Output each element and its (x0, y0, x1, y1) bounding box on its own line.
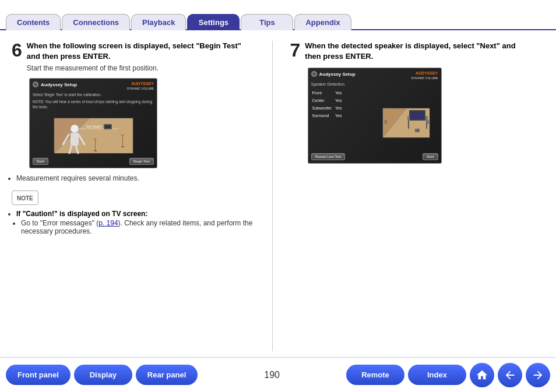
remote-button[interactable]: Remote (346, 365, 404, 385)
step6-subtitle: Start the measurement of the first posit… (27, 64, 255, 72)
speaker-surround-row: Surround Yes (312, 112, 344, 119)
step7-screen-title: Audyssey Setup (319, 72, 356, 77)
svg-rect-17 (105, 125, 111, 128)
step7-number: 7 (290, 41, 301, 59)
bottom-left-buttons: Front panel Display Rear panel (6, 365, 198, 385)
step7-screen-subtitle: Speaker Detection (311, 82, 438, 86)
step6-column: 6 When the following screen is displayed… (12, 41, 273, 351)
svg-rect-11 (95, 140, 96, 150)
back-arrow-icon (504, 369, 516, 382)
step6-room-svg: Ear Height (43, 112, 145, 156)
page-link[interactable]: p. 194 (98, 219, 118, 227)
speaker-table: Front Yes Center Yes Subwoofer Yes (311, 89, 346, 121)
svg-rect-21 (410, 111, 424, 119)
home-icon (476, 369, 488, 382)
bottom-right-buttons: Remote Index (346, 363, 550, 387)
speaker-detection-list: Front Yes Center Yes Subwoofer Yes (311, 89, 375, 152)
svg-rect-24 (425, 116, 428, 121)
audyssey-logo-left: AUDYSSEYDYNAMIC VOLUME (127, 82, 154, 90)
speaker-surround-value: Yes (335, 112, 344, 119)
speaker-center-value: Yes (335, 97, 344, 104)
forward-arrow-button[interactable] (526, 363, 550, 387)
step7-repeat-btn[interactable]: Repeat Last Test (311, 153, 346, 160)
step6-screen-title: Audyssey Setup (41, 82, 77, 87)
step7-screen: Audyssey Setup AUDYSSEYDYNAMIC VOLUME Sp… (308, 68, 442, 164)
speaker-front-row: Front Yes (312, 90, 344, 96)
top-navigation: Contents Connections Playback Settings T… (0, 0, 556, 30)
note-bold-text: If "Caution!" is displayed on TV screen: (16, 210, 147, 218)
step7-screen-footer: Repeat Last Test Next (311, 153, 438, 160)
speaker-front-value: Yes (335, 90, 344, 96)
back-arrow-button[interactable] (498, 363, 522, 387)
bottom-navigation: Front panel Display Rear panel 190 Remot… (0, 357, 556, 392)
rear-panel-button[interactable]: Rear panel (136, 365, 198, 385)
step6-bullet-1: Measurement requires several minutes. (16, 174, 266, 182)
svg-rect-22 (407, 116, 410, 121)
svg-rect-10 (94, 139, 97, 140)
tab-appendix[interactable]: Appendix (294, 14, 351, 30)
note-box: NOTE (12, 190, 38, 205)
svg-rect-13 (121, 135, 124, 136)
step6-bullets: Measurement requires several minutes. (16, 174, 266, 182)
display-button[interactable]: Display (74, 365, 132, 385)
step6-back-btn[interactable]: Back (33, 158, 48, 165)
svg-point-2 (71, 125, 79, 133)
index-button[interactable]: Index (408, 365, 466, 385)
note-sub-list: Go to "Error messages" (p. 194). Check a… (21, 219, 266, 235)
audyssey-logo-right: AUDYSSEYDYNAMIC VOLUME (411, 71, 438, 80)
step6-number: 6 (12, 41, 22, 59)
tab-playback[interactable]: Playback (131, 14, 186, 30)
svg-rect-26 (415, 129, 420, 132)
tab-connections[interactable]: Connections (62, 14, 130, 30)
speaker-subwoofer-row: Subwoofer Yes (312, 105, 344, 111)
step6-note-section: NOTE If "Caution!" is displayed on TV sc… (12, 186, 266, 235)
step6-title: When the following screen is displayed, … (27, 41, 255, 62)
svg-rect-15 (121, 146, 124, 147)
step6-screen-footer: Back Begin Test (33, 158, 154, 165)
svg-rect-14 (122, 136, 123, 146)
speaker-subwoofer-name: Subwoofer (312, 105, 334, 111)
main-content: 6 When the following screen is displayed… (0, 30, 556, 357)
step7-title: When the detected speaker is displayed, … (305, 41, 533, 62)
step6-visual: Ear Height (33, 112, 154, 156)
note-item-1: If "Caution!" is displayed on TV screen:… (16, 210, 266, 235)
note-list: If "Caution!" is displayed on TV screen:… (16, 210, 266, 235)
speaker-subwoofer-value: Yes (335, 105, 344, 111)
svg-rect-28 (427, 120, 429, 124)
speaker-surround-name: Surround (312, 112, 334, 119)
speaker-center-row: Center Yes (312, 97, 344, 104)
svg-rect-23 (408, 121, 409, 129)
note-label: NOTE (17, 195, 33, 202)
speaker-center-name: Center (312, 97, 334, 104)
step6-screen-note: NOTE: You will hear a series of loud chi… (33, 100, 154, 110)
step6-content: When the following screen is displayed, … (27, 41, 255, 72)
svg-text:Ear Height: Ear Height (86, 125, 101, 128)
step6-screen: Audyssey Setup AUDYSSEYDYNAMIC VOLUME Se… (29, 78, 157, 168)
svg-rect-3 (71, 133, 79, 146)
note-regular-text: Go to "Error messages" ( (21, 219, 98, 227)
note-sub-item-1: Go to "Error messages" (p. 194). Check a… (21, 219, 266, 235)
step6-screen-desc: Select 'Begin Test' to start the calibra… (33, 93, 154, 97)
step7-content: When the detected speaker is displayed, … (305, 41, 533, 62)
front-panel-button[interactable]: Front panel (6, 365, 71, 385)
page-number: 190 (261, 370, 284, 380)
step7-room-svg (380, 100, 432, 140)
forward-arrow-icon (532, 369, 544, 382)
svg-rect-27 (385, 120, 387, 124)
tab-settings[interactable]: Settings (187, 14, 240, 30)
svg-rect-12 (94, 150, 97, 151)
step6-begin-btn[interactable]: Begin Test (129, 158, 154, 165)
step7-next-btn[interactable]: Next (423, 153, 438, 160)
speaker-front-name: Front (312, 90, 334, 96)
home-button[interactable] (470, 363, 494, 387)
step7-room-visual (375, 89, 438, 152)
tab-tips[interactable]: Tips (241, 14, 293, 30)
tab-contents[interactable]: Contents (6, 14, 61, 30)
step7-column: 7 When the detected speaker is displayed… (284, 41, 545, 351)
